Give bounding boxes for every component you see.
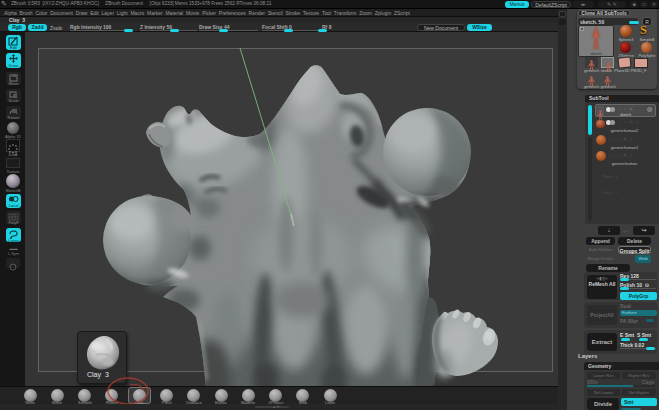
svg-text:Draw: Draw bbox=[9, 63, 18, 68]
svg-text:PolyF: PolyF bbox=[8, 220, 19, 225]
svg-text:Lasso: Lasso bbox=[8, 238, 19, 243]
svg-text:Move: Move bbox=[9, 81, 20, 86]
svg-text:Rotate: Rotate bbox=[8, 115, 21, 120]
svg-text:Local: Local bbox=[9, 203, 19, 208]
svg-text:Scale: Scale bbox=[8, 98, 19, 103]
svg-text:Edit: Edit bbox=[10, 45, 18, 50]
